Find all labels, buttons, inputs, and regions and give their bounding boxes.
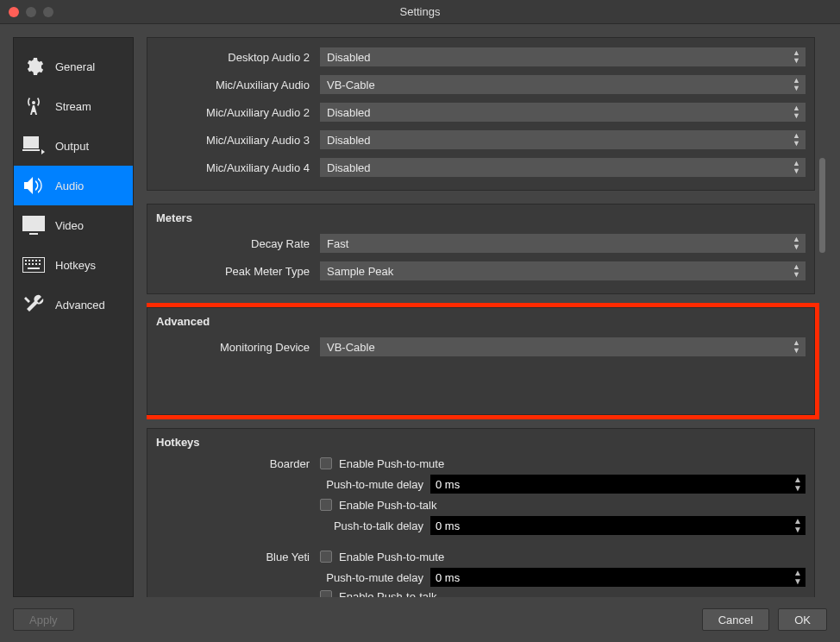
svg-rect-1 (25, 260, 27, 261)
titlebar: Settings (0, 0, 840, 24)
field-label: Push-to-talk delay (320, 519, 430, 532)
svg-rect-5 (39, 260, 41, 261)
mic-aux-select[interactable]: VB-Cable ▲▼ (320, 75, 806, 94)
sidebar-item-label: Advanced (55, 299, 105, 312)
sidebar-item-general[interactable]: General (14, 47, 133, 86)
section-title: Advanced (156, 315, 806, 328)
hotkey-group-blue-yeti: Blue Yeti Enable Push-to-mute Push-to-mu… (156, 547, 806, 597)
svg-rect-8 (32, 263, 34, 265)
select-value: Sample Peak (327, 265, 393, 278)
chevron-updown-icon: ▲▼ (793, 475, 802, 493)
select-value: Disabled (327, 134, 371, 147)
sidebar-item-advanced[interactable]: Advanced (14, 285, 133, 324)
footer: Apply Cancel OK (0, 597, 840, 642)
button-label: Cancel (718, 614, 753, 626)
settings-sidebar: General Stream Output Audio (13, 37, 134, 597)
sidebar-item-video[interactable]: Video (14, 205, 133, 245)
checkbox-label: Enable Push-to-mute (339, 457, 444, 470)
chevron-updown-icon: ▲▼ (793, 569, 802, 586)
push-to-mute-delay-spinner[interactable]: 0 ms ▲▼ (430, 475, 806, 494)
sidebar-item-label: General (55, 60, 95, 73)
spin-value: 0 ms (436, 571, 460, 584)
cancel-button[interactable]: Cancel (702, 608, 769, 631)
keyboard-icon (21, 257, 47, 273)
select-value: VB-Cable (327, 341, 375, 354)
chevron-updown-icon: ▲▼ (793, 49, 800, 65)
field-label: Desktop Audio 2 (156, 51, 320, 64)
spin-value: 0 ms (436, 519, 460, 532)
monitoring-device-select[interactable]: VB-Cable ▲▼ (320, 337, 806, 356)
settings-content: Desktop Audio 2 Disabled ▲▼ Mic/Auxiliar… (147, 37, 827, 597)
sidebar-item-label: Output (55, 140, 89, 153)
field-label: Push-to-mute delay (320, 571, 430, 584)
enable-push-to-mute-checkbox[interactable] (320, 457, 332, 469)
section-title: Meters (156, 211, 806, 224)
select-value: Fast (327, 237, 348, 250)
chevron-updown-icon: ▲▼ (793, 160, 800, 175)
meters-panel: Meters Decay Rate Fast ▲▼ Peak Meter Typ… (147, 204, 815, 294)
antenna-icon (21, 96, 47, 116)
chevron-updown-icon: ▲▼ (793, 263, 800, 279)
output-icon (21, 136, 47, 155)
checkbox-label: Enable Push-to-talk (339, 590, 436, 598)
enable-push-to-mute-checkbox[interactable] (320, 551, 332, 563)
section-title: Hotkeys (156, 436, 806, 449)
mic-aux-3-select[interactable]: Disabled ▲▼ (320, 130, 806, 149)
svg-rect-9 (35, 263, 37, 265)
select-value: Disabled (327, 51, 371, 64)
hotkeys-panel: Hotkeys Boarder Enable Push-to-mute Push… (147, 428, 815, 597)
mic-aux-4-select[interactable]: Disabled ▲▼ (320, 158, 806, 177)
chevron-updown-icon: ▲▼ (793, 132, 800, 148)
sidebar-item-label: Video (55, 219, 84, 232)
desktop-audio-2-select[interactable]: Disabled ▲▼ (320, 47, 806, 66)
peak-meter-type-select[interactable]: Sample Peak ▲▼ (320, 261, 806, 280)
svg-rect-11 (28, 268, 40, 269)
svg-rect-10 (39, 263, 41, 265)
chevron-updown-icon: ▲▼ (793, 104, 800, 120)
svg-rect-2 (28, 260, 30, 261)
sidebar-item-output[interactable]: Output (14, 126, 133, 166)
checkbox-label: Enable Push-to-talk (339, 499, 436, 512)
field-label: Mic/Auxiliary Audio 3 (156, 134, 320, 147)
hotkey-group-boarder: Boarder Enable Push-to-mute Push-to-mute… (156, 454, 806, 535)
sidebar-item-label: Stream (55, 100, 91, 113)
field-label: Decay Rate (156, 237, 320, 250)
hotkey-group-label: Blue Yeti (156, 547, 320, 597)
chevron-updown-icon: ▲▼ (793, 339, 800, 355)
apply-button[interactable]: Apply (13, 608, 74, 631)
chevron-updown-icon: ▲▼ (793, 77, 800, 92)
select-value: Disabled (327, 106, 371, 119)
chevron-updown-icon: ▲▼ (793, 236, 800, 251)
mic-aux-2-select[interactable]: Disabled ▲▼ (320, 103, 806, 122)
checkbox-label: Enable Push-to-mute (339, 551, 444, 563)
hotkey-group-label: Boarder (156, 454, 320, 535)
chevron-updown-icon: ▲▼ (793, 517, 802, 534)
sidebar-item-hotkeys[interactable]: Hotkeys (14, 245, 133, 285)
decay-rate-select[interactable]: Fast ▲▼ (320, 234, 806, 253)
button-label: OK (794, 614, 811, 626)
field-label: Mic/Auxiliary Audio 2 (156, 106, 320, 119)
push-to-talk-delay-spinner[interactable]: 0 ms ▲▼ (430, 516, 806, 535)
sidebar-item-audio[interactable]: Audio (14, 166, 133, 205)
advanced-panel: Advanced Monitoring Device VB-Cable ▲▼ (147, 307, 815, 415)
devices-panel: Desktop Audio 2 Disabled ▲▼ Mic/Auxiliar… (147, 37, 815, 191)
ok-button[interactable]: OK (778, 608, 827, 631)
field-label: Mic/Auxiliary Audio 4 (156, 161, 320, 174)
sidebar-item-label: Audio (55, 179, 84, 192)
svg-rect-6 (25, 263, 27, 265)
spin-value: 0 ms (436, 478, 460, 491)
window-title: Settings (0, 5, 840, 18)
push-to-mute-delay-spinner[interactable]: 0 ms ▲▼ (430, 568, 806, 587)
enable-push-to-talk-checkbox[interactable] (320, 499, 332, 511)
enable-push-to-talk-checkbox[interactable] (320, 590, 332, 597)
svg-rect-7 (28, 263, 30, 265)
vertical-scrollbar[interactable] (819, 158, 825, 253)
sidebar-item-label: Hotkeys (55, 259, 96, 272)
field-label: Push-to-mute delay (320, 478, 430, 491)
tools-icon (21, 294, 47, 315)
field-label: Mic/Auxiliary Audio (156, 79, 320, 91)
video-icon (21, 216, 47, 235)
field-label: Monitoring Device (156, 341, 320, 354)
sidebar-item-stream[interactable]: Stream (14, 86, 133, 126)
button-label: Apply (29, 614, 58, 626)
